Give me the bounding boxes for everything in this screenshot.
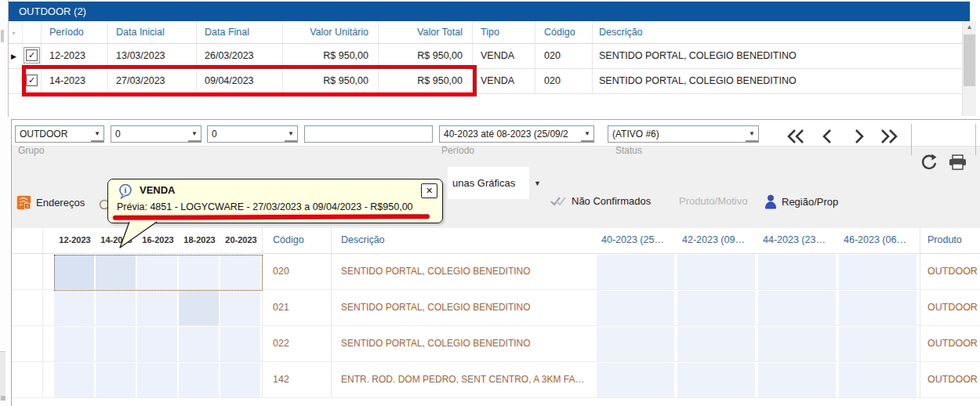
filter3-combobox[interactable]: 0 ▼ (207, 125, 298, 143)
refresh-icon[interactable] (920, 153, 938, 175)
status-combobox[interactable]: (ATIVO #6) ▼ (608, 125, 759, 143)
period-cell[interactable] (758, 255, 836, 289)
tooltip-body: Prévia: 4851 - LOGYCWARE - 27/03/2023 a … (117, 201, 413, 212)
period-cell[interactable] (54, 363, 94, 397)
tooltip-tail (110, 219, 172, 251)
period-cell[interactable] (839, 363, 916, 397)
col-header-valor-total[interactable]: Valor Total (379, 21, 473, 43)
close-icon[interactable]: ✕ (421, 183, 437, 198)
period-cell[interactable] (758, 327, 836, 361)
period-cell[interactable] (839, 327, 916, 361)
chevron-down-icon[interactable]: ▼ (534, 179, 541, 187)
period-cell[interactable] (137, 255, 177, 289)
period-cell[interactable] (137, 327, 177, 361)
filter2-combobox[interactable]: 0 ▼ (111, 125, 201, 143)
filter-icon[interactable]: ▼ (9, 21, 23, 43)
svg-text:S: S (26, 204, 29, 208)
col-header-produto[interactable]: Produto (920, 228, 980, 253)
cell-descricao: SENTIDO PORTAL, COLEGIO BENEDITINO (331, 290, 597, 325)
left-splitter[interactable] (0, 0, 8, 406)
col-header-descricao[interactable]: Descrição (331, 228, 597, 253)
first-page-button[interactable] (785, 128, 807, 145)
print-icon[interactable] (948, 154, 968, 174)
period-cell[interactable] (96, 291, 136, 325)
location-row[interactable]: 020 SENTIDO PORTAL, COLEGIO BENEDITINO O… (12, 254, 980, 290)
col-header-valor-unitario[interactable]: Valor Unitário (283, 21, 379, 43)
cell-produto: OUTDOOR (920, 290, 980, 325)
period-cell-occupied[interactable] (54, 255, 94, 289)
period-cell[interactable] (137, 363, 177, 397)
last-page-button[interactable] (878, 128, 900, 145)
period-cell[interactable] (220, 363, 260, 397)
period-col-header[interactable]: 12-2023 (54, 228, 96, 253)
scroll-up-icon[interactable]: ▲ (963, 21, 976, 34)
chevron-down-icon[interactable]: ▼ (91, 126, 103, 142)
nao-confirmados-button[interactable]: Não Confirmados (550, 195, 651, 207)
period-cell[interactable] (96, 363, 136, 397)
location-row[interactable]: 142 ENTR. ROD. DOM PEDRO, SENT CENTRO, A… (12, 362, 980, 398)
chevron-down-icon[interactable]: ▼ (188, 126, 201, 142)
period-cell[interactable] (179, 363, 219, 397)
period-cell[interactable] (597, 255, 674, 289)
enderecos-button[interactable]: S Endereços (16, 195, 85, 210)
period-cell[interactable] (597, 363, 674, 397)
period-cell[interactable] (758, 291, 836, 325)
period-cell[interactable] (137, 291, 177, 325)
period-col-header[interactable]: 40-2023 (25… (597, 228, 677, 253)
period-cell-occupied[interactable] (179, 291, 219, 325)
period-cell[interactable] (677, 291, 755, 325)
period-col-header[interactable]: 44-2023 (23… (758, 228, 839, 253)
period-cell[interactable] (677, 363, 755, 397)
periodo-combobox[interactable]: 40-2023 até 08-2023 (25/09/2 ▼ (439, 125, 594, 143)
outdoor-grid-header: ▼ Período Data Inicial Data Final Valor … (9, 21, 962, 44)
info-icon: i (118, 183, 133, 202)
period-cell[interactable] (220, 291, 260, 325)
colunas-graficas-button[interactable]: unas Gráficas (448, 167, 529, 199)
period-cell[interactable] (597, 291, 674, 325)
col-header-descricao[interactable]: Descrição (593, 21, 962, 43)
splitter-grip[interactable] (1, 30, 4, 42)
chevron-down-icon[interactable]: ▼ (285, 126, 297, 142)
location-row[interactable]: 021 SENTIDO PORTAL, COLEGIO BENEDITINO O… (12, 290, 980, 326)
vertical-scrollbar[interactable]: ▲ (962, 21, 976, 116)
col-header-tipo[interactable]: Tipo (473, 21, 535, 43)
col-header-codigo[interactable]: Código (535, 21, 593, 43)
period-cell[interactable] (54, 327, 94, 361)
row-gutter (9, 69, 23, 93)
period-col-header[interactable]: 18-2023 (179, 228, 220, 253)
period-cell[interactable] (597, 327, 674, 361)
venda-tooltip: i VENDA ✕ Prévia: 4851 - LOGYCWARE - 27/… (107, 179, 443, 223)
period-cell[interactable] (96, 327, 136, 361)
cell-produto: OUTDOOR (920, 254, 980, 289)
period-col-header[interactable]: 42-2023 (09… (677, 228, 758, 253)
period-cell[interactable] (179, 255, 219, 289)
checkbox-checked[interactable]: ✓ (26, 49, 38, 61)
grupo-combobox[interactable]: OUTDOOR ▼ (15, 125, 104, 143)
period-cell[interactable] (758, 363, 836, 397)
chevron-down-icon[interactable]: ▼ (581, 126, 593, 142)
col-header-data-final[interactable]: Data Final (197, 21, 283, 43)
col-header-periodo[interactable]: Período (42, 21, 108, 43)
period-cell[interactable] (677, 327, 755, 361)
regiao-prop-button[interactable]: Região/Prop (764, 194, 838, 209)
period-col-header[interactable]: 46-2023 (06… (839, 228, 920, 253)
scrollbar-thumb[interactable] (964, 34, 975, 86)
chevron-down-icon[interactable]: ▼ (746, 126, 758, 142)
period-cell[interactable] (677, 255, 755, 289)
period-cell[interactable] (839, 255, 916, 289)
period-cell[interactable] (839, 291, 916, 325)
period-cell[interactable] (54, 291, 94, 325)
period-cell[interactable] (220, 255, 260, 289)
location-row[interactable]: 022 SENTIDO PORTAL, COLEGIO BENEDITINO O… (12, 326, 980, 362)
col-header-data-inicial[interactable]: Data Inicial (108, 21, 197, 43)
next-page-button[interactable] (848, 128, 869, 145)
period-col-header[interactable]: 20-2023 (220, 228, 262, 253)
col-header-codigo[interactable]: Código (262, 228, 331, 253)
search-input[interactable] (304, 125, 433, 143)
previous-page-button[interactable] (817, 128, 839, 145)
toolbar-separator (911, 124, 912, 155)
period-cell[interactable] (220, 327, 260, 361)
period-cell-occupied[interactable] (96, 255, 136, 289)
grupo-label: Grupo (18, 145, 44, 156)
period-cell[interactable] (179, 327, 219, 361)
